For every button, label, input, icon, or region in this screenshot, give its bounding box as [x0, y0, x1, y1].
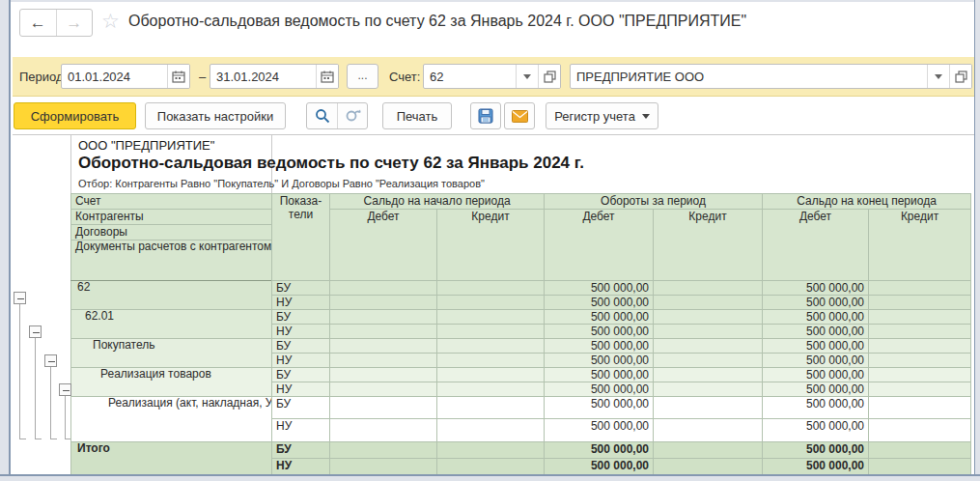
organization-dropdown-button[interactable]	[927, 65, 949, 88]
value-cell: 500 000,00	[763, 368, 869, 382]
account-dropdown-button[interactable]	[516, 65, 538, 88]
header-indicators-line1: Показа-	[276, 194, 325, 208]
window-frame-top	[0, 0, 980, 2]
indicator-cell: БУ	[272, 310, 330, 325]
header-opening-debit: Дебет	[330, 210, 437, 281]
indicator-cell: БУ	[272, 442, 330, 459]
report-title: Оборотно-сальдовая ведомость по счету 62…	[78, 154, 584, 173]
value-cell: 500 000,00	[545, 368, 654, 382]
period-picker-button[interactable]: ...	[347, 64, 378, 89]
value-cell: 500 000,00	[545, 325, 654, 339]
header-settlement-docs: Документы расчетов с контрагентом	[71, 240, 272, 281]
date-from-input[interactable]: 01.01.2024	[62, 65, 167, 88]
date-from-calendar-button[interactable]	[167, 65, 189, 88]
indicator-cell: НУ	[272, 296, 330, 310]
indicator-cell: НУ	[272, 354, 330, 368]
account-choose-button[interactable]	[538, 65, 560, 88]
header-closing-credit: Кредит	[869, 210, 971, 281]
report-org: ООО "ПРЕДПРИЯТИЕ"	[78, 138, 214, 153]
value-cell: 500 000,00	[545, 419, 654, 442]
date-to-input[interactable]: 31.01.2024	[210, 65, 316, 88]
show-settings-button[interactable]: Показать настройки	[145, 102, 286, 129]
minus-icon	[63, 390, 70, 391]
window-frame-right	[974, 0, 980, 481]
header-turnover: Обороты за период	[545, 194, 763, 210]
organization-combo: ПРЕДПРИЯТИЕ ООО	[570, 64, 972, 89]
row-label-total: Итого	[71, 442, 272, 475]
header-turnover-debit: Дебет	[545, 210, 654, 281]
indicator-cell: БУ	[272, 339, 330, 354]
date-to-calendar-button[interactable]	[316, 65, 338, 88]
row-label-account-62: 62	[71, 281, 272, 310]
nav-button-group: ← →	[19, 9, 93, 37]
chevron-down-icon	[642, 114, 650, 119]
search-icon	[315, 108, 330, 124]
date-to-field: 31.01.2024	[210, 64, 339, 89]
chevron-down-icon	[523, 74, 531, 79]
forward-arrow-icon: →	[66, 14, 82, 33]
value-cell: 500 000,00	[545, 397, 654, 419]
period-label: Период:	[19, 70, 67, 84]
value-cell: 500 000,00	[545, 382, 654, 397]
back-button[interactable]: ←	[20, 10, 57, 36]
date-from-field: 01.01.2024	[61, 64, 190, 89]
window-frame-left	[0, 0, 11, 481]
header-turnover-credit: Кредит	[654, 210, 763, 281]
row-label-account-6201: 62.01	[71, 310, 272, 339]
tree-collapse-toggle[interactable]	[59, 383, 71, 396]
value-cell: 500 000,00	[763, 310, 869, 325]
header-account: Счет	[71, 194, 272, 210]
header-counterparties: Контрагенты	[71, 210, 272, 225]
value-cell: 500 000,00	[763, 459, 869, 475]
forward-button[interactable]: →	[57, 10, 93, 36]
header-contracts: Договоры	[71, 225, 272, 240]
title-bar: ← → ☆ Оборотно-сальдовая ведомость по сч…	[13, 2, 974, 56]
generate-button[interactable]: Сформировать	[14, 102, 136, 129]
value-cell: 500 000,00	[763, 281, 869, 296]
email-button[interactable]	[504, 102, 535, 129]
envelope-icon	[512, 110, 528, 123]
osv-table: Счет Показа- тели Сальдо на начало перио…	[70, 193, 971, 475]
back-arrow-icon: ←	[30, 14, 46, 33]
search-button[interactable]	[307, 103, 337, 128]
tree-collapse-toggle[interactable]	[29, 325, 42, 338]
header-closing-balance: Сальдо на конец периода	[763, 194, 971, 210]
account-input[interactable]: 62	[424, 65, 516, 88]
filter-panel: Период: 01.01.2024 – 31.01.2024 ...	[13, 57, 974, 97]
register-menu-button[interactable]: Регистр учета	[546, 102, 658, 129]
page-title: Оборотно-сальдовая ведомость по счету 62…	[128, 13, 746, 30]
save-button[interactable]	[470, 102, 501, 129]
value-cell: 500 000,00	[545, 281, 654, 296]
value-cell: 500 000,00	[763, 339, 869, 354]
chevron-down-icon	[935, 74, 942, 79]
print-button[interactable]: Печать	[382, 102, 452, 129]
row-label-counterparty: Покупатель	[71, 339, 272, 368]
report-area: ООО "ПРЕДПРИЯТИЕ" Оборотно-сальдовая вед…	[13, 135, 974, 475]
value-cell: 500 000,00	[763, 442, 869, 459]
find-next-button[interactable]	[337, 103, 367, 128]
tree-line	[19, 304, 26, 439]
indicator-cell: БУ	[272, 397, 330, 419]
value-cell: 500 000,00	[545, 296, 654, 310]
value-cell: 500 000,00	[763, 296, 869, 310]
tree-collapse-toggle[interactable]	[14, 292, 26, 304]
account-label: Счет:	[389, 70, 420, 84]
row-label-contract: Реализация товаров	[71, 368, 272, 397]
indicator-cell: НУ	[272, 459, 330, 475]
value-cell: 500 000,00	[545, 354, 654, 368]
header-indicators: Показа- тели	[272, 194, 330, 281]
choose-icon	[955, 71, 967, 83]
tree-collapse-toggle[interactable]	[44, 354, 57, 367]
report-filter-line: Отбор: Контрагенты Равно "Покупатель" И …	[78, 178, 485, 189]
value-cell: 500 000,00	[545, 459, 654, 475]
register-menu-label: Регистр учета	[554, 109, 635, 124]
grid-line	[70, 135, 71, 193]
tree-line	[50, 367, 57, 439]
floppy-disk-icon	[478, 108, 493, 124]
favorite-star-icon[interactable]: ☆	[101, 10, 120, 33]
indicator-cell: БУ	[272, 281, 330, 296]
value-cell: 500 000,00	[763, 354, 869, 368]
organization-choose-button[interactable]	[949, 65, 971, 88]
value-cell: 500 000,00	[763, 325, 869, 339]
organization-input[interactable]: ПРЕДПРИЯТИЕ ООО	[571, 65, 927, 88]
